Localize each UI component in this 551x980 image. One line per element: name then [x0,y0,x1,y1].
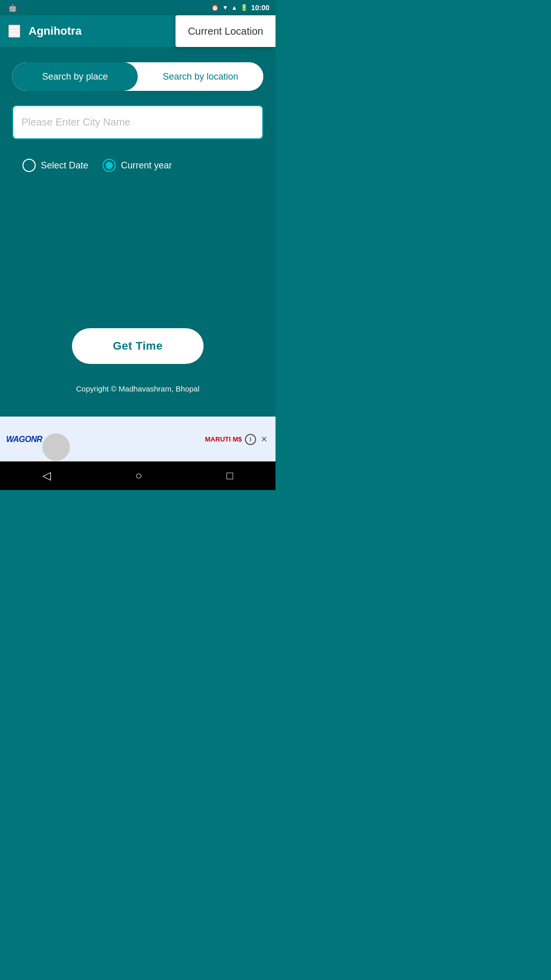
status-bar: 🤖 ⏰ ▼ ▲ 🔋 10:00 [0,0,276,15]
recent-apps-button[interactable]: □ [216,465,243,486]
copyright-text: Copyright © Madhavashram, Bhopal [12,376,263,401]
menu-button[interactable]: ☰ [8,24,20,38]
ad-maruti-logo: MARUTI M$ [205,435,242,443]
nav-bar: ◁ ○ □ [0,461,276,490]
current-location-label: Current Location [188,26,263,37]
search-by-place-button[interactable]: Search by place [12,62,138,91]
ad-close-button[interactable]: ✕ [258,434,269,445]
ad-wagonr-logo: WAGONR [6,435,42,444]
android-icon: 🤖 [8,4,17,12]
app-title: Agnihotra [29,24,82,38]
wifi-icon: ▼ [222,4,228,11]
current-location-tooltip[interactable]: Current Location [176,15,276,47]
select-date-radio[interactable] [22,159,36,172]
main-wrapper: Search by place Search by location Selec… [0,47,276,490]
status-icons: ⏰ ▼ ▲ 🔋 10:00 [211,4,269,12]
current-year-label: Current year [121,160,172,171]
app-bar: ☰ Agnihotra Current Location [0,15,276,47]
ad-content [42,418,205,461]
status-time: 10:00 [251,4,269,12]
get-time-section: Get Time [12,328,263,364]
current-year-radio[interactable] [103,159,116,172]
content-area: Search by place Search by location Selec… [0,47,276,416]
get-time-button[interactable]: Get Time [72,328,204,364]
search-input-container [12,105,263,139]
alarm-icon: ⏰ [211,4,219,11]
back-button[interactable]: ◁ [32,465,61,486]
ad-avatar-image [42,433,70,461]
status-bar-left: 🤖 [8,3,17,12]
signal-icon: ▲ [231,4,237,11]
search-by-location-button[interactable]: Search by location [138,62,263,91]
select-date-option[interactable]: Select Date [22,159,88,172]
ad-info-icon[interactable]: i [245,434,256,445]
radio-options: Select Date Current year [12,154,263,177]
ad-banner: WAGONR MARUTI M$ i ✕ [0,416,276,461]
battery-icon: 🔋 [240,4,248,11]
search-toggle: Search by place Search by location [12,62,263,91]
home-button[interactable]: ○ [125,465,152,486]
current-year-option[interactable]: Current year [103,159,172,172]
select-date-label: Select Date [41,160,88,171]
city-name-input[interactable] [21,108,254,136]
